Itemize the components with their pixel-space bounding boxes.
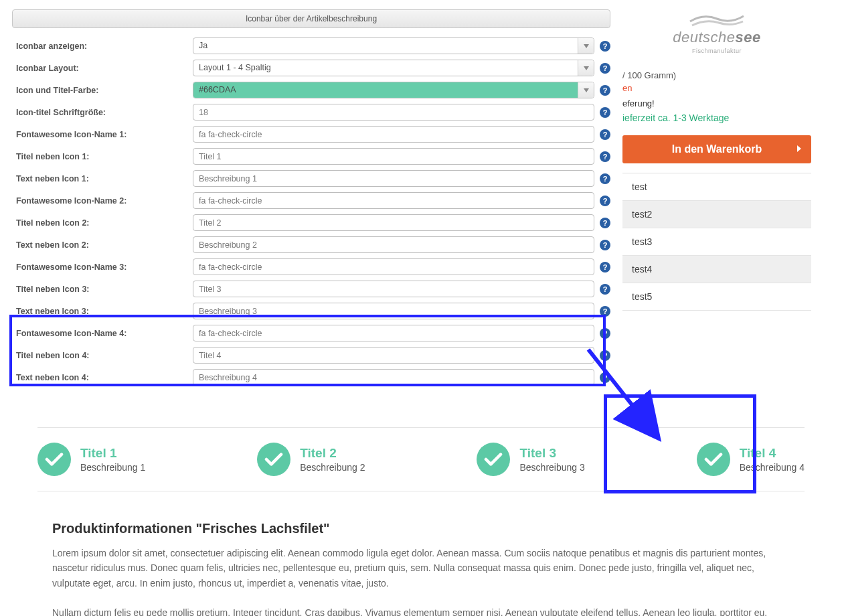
text-input[interactable]: [193, 214, 594, 231]
form-field: ?: [193, 148, 610, 165]
help-icon[interactable]: ?: [600, 85, 610, 96]
form-label: Iconbar Layout:: [12, 64, 193, 73]
form-field: ?: [193, 126, 610, 143]
text-input[interactable]: [193, 347, 594, 364]
iconbar-item: Titel 2Beschreibung 2: [257, 443, 365, 476]
form-row: Text neben Icon 2:?: [12, 236, 610, 253]
help-icon[interactable]: ?: [600, 240, 610, 250]
help-icon[interactable]: ?: [600, 196, 610, 206]
form-field: ?: [193, 347, 610, 364]
tab-list: testtest2test3test4test5: [622, 173, 811, 311]
text-input[interactable]: [193, 258, 594, 275]
form-label: Fontawesome Icon-Name 2:: [12, 196, 193, 206]
iconbar-text: Titel 1Beschreibung 1: [80, 446, 145, 473]
form-field: ?: [193, 236, 610, 253]
select-input[interactable]: Layout 1 - 4 Spaltig: [193, 60, 594, 76]
help-icon[interactable]: ?: [600, 151, 610, 162]
chevron-down-icon: [578, 38, 594, 54]
iconbar-text: Titel 4Beschreibung 4: [740, 446, 805, 473]
check-circle-icon: [37, 443, 71, 476]
text-input[interactable]: [193, 104, 594, 121]
price-block: / 100 Gramm) en eferung! ieferzeit ca. 1…: [622, 70, 811, 123]
form-row: Fontawesome Icon-Name 4:?: [12, 325, 610, 341]
select-value: Ja: [193, 38, 578, 54]
brand-name: deutschesee: [622, 29, 811, 46]
tab-item[interactable]: test3: [622, 228, 811, 256]
form-label: Icon-titel Schriftgröße:: [12, 108, 193, 117]
chevron-down-icon: [578, 60, 594, 76]
help-icon[interactable]: ?: [600, 372, 610, 383]
form-label: Text neben Icon 3:: [12, 307, 193, 316]
form-field: ?: [193, 325, 610, 341]
iconbar-desc: Beschreibung 4: [740, 462, 805, 473]
form-field: ?: [193, 281, 610, 297]
help-icon[interactable]: ?: [600, 63, 610, 74]
text-input[interactable]: [193, 325, 594, 341]
form-row: Fontawesome Icon-Name 3:?: [12, 258, 610, 275]
help-icon[interactable]: ?: [600, 41, 610, 52]
leadtime-text: ieferzeit ca. 1-3 Werktage: [622, 112, 811, 123]
form-row: Fontawesome Icon-Name 1:?: [12, 126, 610, 143]
iconbar-item: Titel 3Beschreibung 3: [477, 443, 584, 476]
check-circle-icon: [477, 443, 510, 476]
help-icon[interactable]: ?: [600, 350, 610, 361]
add-to-cart-button[interactable]: In den Warenkorb: [622, 135, 811, 163]
text-input[interactable]: [193, 192, 594, 209]
form-row: Iconbar Layout:Layout 1 - 4 Spaltig?: [12, 60, 610, 76]
help-icon[interactable]: ?: [600, 328, 610, 339]
iconbar-text: Titel 3Beschreibung 3: [519, 446, 584, 473]
form-row: Text neben Icon 4:?: [12, 369, 610, 386]
help-icon[interactable]: ?: [600, 284, 610, 295]
text-input[interactable]: [193, 170, 594, 187]
form-field: #66CDAA?: [193, 82, 610, 98]
check-circle-icon: [257, 443, 290, 476]
form-field: ?: [193, 192, 610, 209]
admin-panel: Iconbar über der Artikelbeschreibung Ico…: [0, 0, 622, 398]
store-sidebar: deutschesee Fischmanufaktur / 100 Gramm)…: [622, 9, 811, 311]
form-label: Iconbar anzeigen:: [12, 42, 193, 51]
iconbar-title: Titel 2: [300, 446, 365, 461]
help-icon[interactable]: ?: [600, 306, 610, 317]
tab-item[interactable]: test4: [622, 256, 811, 283]
form-label: Titel neben Icon 4:: [12, 351, 193, 360]
iconbar-title: Titel 3: [519, 446, 584, 461]
text-input[interactable]: [193, 303, 594, 319]
brand-subtitle: Fischmanufaktur: [622, 48, 811, 54]
product-info-heading: Produktinformationen "Frisches Lachsfile…: [52, 521, 790, 536]
color-select[interactable]: #66CDAA: [193, 82, 594, 98]
form-row: Iconbar anzeigen:Ja?: [12, 37, 610, 54]
help-icon[interactable]: ?: [600, 129, 610, 140]
form-field: ?: [193, 369, 610, 386]
iconbar-preview: Titel 1Beschreibung 1Titel 2Beschreibung…: [37, 427, 805, 491]
text-input[interactable]: [193, 126, 594, 143]
help-icon[interactable]: ?: [600, 218, 610, 228]
form-row: Titel neben Icon 4:?: [12, 347, 610, 364]
form-field: ?: [193, 258, 610, 275]
form-label: Fontawesome Icon-Name 4:: [12, 329, 193, 338]
iconbar-text: Titel 2Beschreibung 2: [300, 446, 365, 473]
iconbar-item: Titel 4Beschreibung 4: [697, 443, 805, 476]
brand-logo-block: deutschesee Fischmanufaktur: [622, 9, 811, 54]
form-label: Text neben Icon 2:: [12, 240, 193, 250]
form-field: ?: [193, 214, 610, 231]
help-icon[interactable]: ?: [600, 173, 610, 184]
tab-item[interactable]: test2: [622, 201, 811, 228]
tab-item[interactable]: test: [622, 173, 811, 201]
iconbar-title: Titel 4: [740, 446, 805, 461]
form-label: Text neben Icon 4:: [12, 373, 193, 382]
form-field: Ja?: [193, 37, 610, 54]
text-input[interactable]: [193, 236, 594, 253]
iconbar-title: Titel 1: [80, 446, 145, 461]
text-input[interactable]: [193, 281, 594, 297]
help-icon[interactable]: ?: [600, 262, 610, 273]
form-field: ?: [193, 170, 610, 187]
form-row: Icon-titel Schriftgröße:?: [12, 104, 610, 121]
help-icon[interactable]: ?: [600, 107, 610, 118]
select-input[interactable]: Ja: [193, 37, 594, 54]
text-input[interactable]: [193, 369, 594, 386]
product-info-paragraph: Nullam dictum felis eu pede mollis preti…: [52, 605, 790, 616]
iconbar-desc: Beschreibung 1: [80, 462, 145, 473]
iconbar-desc: Beschreibung 2: [300, 462, 365, 473]
text-input[interactable]: [193, 148, 594, 165]
tab-item[interactable]: test5: [622, 283, 811, 311]
